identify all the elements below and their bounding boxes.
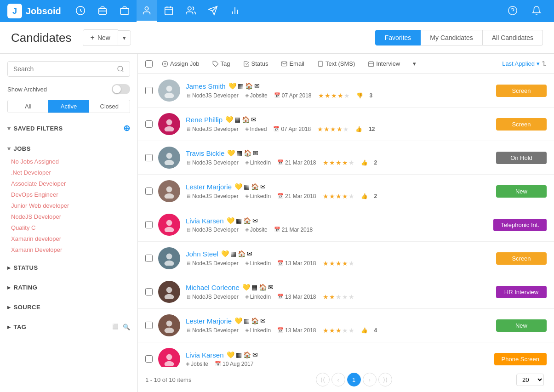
search-box[interactable]: [7, 61, 130, 77]
favorite-icon[interactable]: 💛: [227, 149, 235, 157]
tag-header[interactable]: ▸ TAG ⬜ 🔍: [7, 320, 130, 334]
candidate-checkbox[interactable]: [145, 120, 153, 128]
analytics-nav-item[interactable]: [225, 0, 245, 22]
email-icon[interactable]: ✉: [260, 183, 266, 190]
interview-button[interactable]: Interview: [364, 58, 404, 69]
status-header[interactable]: ▸ STATUS: [7, 261, 130, 275]
email-icon[interactable]: ✉: [252, 217, 258, 224]
page-1-button[interactable]: 1: [347, 373, 361, 386]
tag-button[interactable]: Tag: [209, 58, 234, 69]
candidate-name-link[interactable]: Lester Marjorie: [186, 183, 232, 191]
candidates-nav-item[interactable]: [137, 0, 157, 22]
filter-all[interactable]: All: [8, 100, 48, 113]
grid-icon[interactable]: ▦: [244, 317, 250, 324]
candidate-name-link[interactable]: John Steel: [186, 250, 218, 258]
team-nav-item[interactable]: [181, 0, 201, 22]
candidate-name-link[interactable]: Michael Corleone: [186, 284, 240, 291]
candidate-name-link[interactable]: Lester Marjorie: [186, 317, 232, 325]
home-icon[interactable]: 🏠: [251, 183, 259, 190]
email-icon[interactable]: ✉: [252, 351, 258, 358]
home-icon[interactable]: 🏠: [259, 284, 267, 291]
first-page-button[interactable]: ⟨⟨: [316, 373, 330, 386]
text-sms-button[interactable]: Text (SMS): [314, 58, 359, 69]
home-icon[interactable]: 🏠: [245, 82, 253, 90]
grid-icon[interactable]: ▦: [234, 116, 240, 123]
email-button[interactable]: Email: [277, 58, 308, 69]
grid-icon[interactable]: ▦: [236, 351, 242, 358]
jobs-header[interactable]: ▾JOBS: [7, 142, 130, 156]
tab-all-candidates[interactable]: All Candidates: [483, 30, 543, 45]
next-page-button[interactable]: ›: [363, 373, 377, 386]
email-icon[interactable]: ✉: [251, 116, 257, 123]
home-icon[interactable]: 🏠: [243, 217, 251, 224]
sidebar-job-item[interactable]: DevOps Engineer: [11, 189, 130, 200]
add-filter-button[interactable]: ⊕: [123, 124, 131, 132]
email-icon[interactable]: ✉: [253, 149, 258, 157]
tag-toggle[interactable]: ⬜: [112, 324, 119, 330]
candidate-name-link[interactable]: Livia Karsen: [186, 351, 224, 359]
candidate-checkbox[interactable]: [145, 322, 153, 329]
email-icon[interactable]: ✉: [268, 284, 274, 291]
calendar-nav-item[interactable]: [159, 0, 179, 22]
tab-my-candidates[interactable]: My Candidates: [421, 30, 482, 45]
tab-favorites[interactable]: Favorites: [375, 30, 421, 45]
favorite-icon[interactable]: 💛: [225, 116, 233, 123]
campaigns-nav-item[interactable]: [203, 0, 223, 22]
tag-search-icon[interactable]: 🔍: [123, 324, 131, 330]
candidate-name-link[interactable]: Travis Bickle: [186, 149, 224, 157]
sidebar-job-item[interactable]: NodeJS Developer: [11, 211, 130, 222]
jobs-nav-item[interactable]: [92, 0, 113, 22]
sort-button[interactable]: Last Applied ▾ ⇅: [502, 60, 547, 67]
candidate-checkbox[interactable]: [145, 187, 153, 195]
favorite-icon[interactable]: 💛: [234, 183, 242, 190]
home-icon[interactable]: 🏠: [242, 116, 250, 123]
favorite-icon[interactable]: 💛: [242, 284, 250, 291]
search-input[interactable]: [13, 65, 113, 73]
favorite-icon[interactable]: 💛: [234, 317, 242, 324]
favorite-icon[interactable]: 💛: [221, 250, 229, 257]
more-actions-button[interactable]: ▾: [409, 58, 420, 69]
status-button[interactable]: Status: [240, 58, 272, 69]
bell-icon[interactable]: [526, 0, 547, 22]
candidate-checkbox[interactable]: [145, 221, 153, 228]
favorite-icon[interactable]: 💛: [227, 217, 234, 224]
source-header[interactable]: ▸ SOURCE: [7, 300, 130, 314]
filter-active[interactable]: Active: [48, 100, 89, 113]
grid-icon[interactable]: ▦: [230, 250, 236, 257]
sidebar-job-item[interactable]: .Net Developer: [11, 167, 130, 178]
home-icon[interactable]: 🏠: [243, 351, 251, 358]
grid-icon[interactable]: ▦: [251, 284, 257, 291]
sidebar-job-item[interactable]: Xamarin Developer: [11, 244, 130, 255]
last-page-button[interactable]: ⟩⟩: [378, 373, 392, 386]
per-page-select[interactable]: 20 50 100: [516, 374, 544, 386]
favorite-icon[interactable]: 💛: [228, 82, 236, 90]
grid-icon[interactable]: ▦: [236, 149, 242, 157]
candidate-name-link[interactable]: Livia Karsen: [186, 217, 224, 225]
select-all-checkbox[interactable]: [145, 60, 153, 68]
candidate-name-link[interactable]: James Smith: [186, 82, 226, 90]
sidebar-job-item[interactable]: Quality C: [11, 222, 130, 233]
candidate-checkbox[interactable]: [145, 255, 153, 262]
home-icon[interactable]: 🏠: [251, 317, 259, 324]
candidate-checkbox[interactable]: [145, 355, 153, 363]
home-icon[interactable]: 🏠: [244, 149, 251, 157]
prev-page-button[interactable]: ‹: [331, 373, 345, 386]
candidate-name-link[interactable]: Rene Phillip: [186, 116, 223, 124]
sidebar-job-item[interactable]: No Jobs Assigned: [11, 156, 130, 167]
email-icon[interactable]: ✉: [247, 250, 252, 257]
candidate-checkbox[interactable]: [145, 154, 153, 161]
grid-icon[interactable]: ▦: [238, 82, 244, 90]
new-button[interactable]: + New: [83, 29, 118, 46]
help-icon[interactable]: [503, 0, 523, 22]
home-icon[interactable]: 🏠: [238, 250, 246, 257]
grid-icon[interactable]: ▦: [236, 217, 242, 224]
grid-icon[interactable]: ▦: [244, 183, 250, 190]
sidebar-job-item[interactable]: Associate Developer: [11, 178, 130, 189]
assign-job-button[interactable]: Assign Job: [158, 58, 203, 69]
show-archived-toggle[interactable]: [112, 84, 130, 94]
dashboard-nav-item[interactable]: [70, 0, 91, 22]
new-button-dropdown[interactable]: ▾: [118, 30, 131, 45]
candidate-checkbox[interactable]: [145, 87, 153, 94]
candidate-checkbox[interactable]: [145, 288, 153, 295]
rating-header[interactable]: ▸ RATING: [7, 280, 130, 295]
